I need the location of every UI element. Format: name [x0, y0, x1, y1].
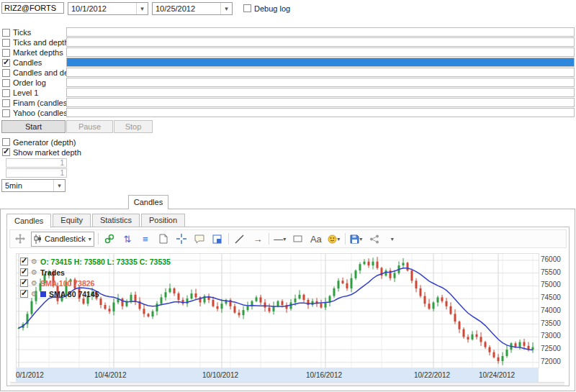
- progress-bar: [66, 68, 575, 77]
- tab-candles[interactable]: Candles: [6, 214, 51, 228]
- level1-checkbox[interactable]: [2, 89, 10, 97]
- toolbar-overflow-chevron[interactable]: ▾: [385, 232, 400, 246]
- y-axis-label: 74500: [541, 293, 561, 301]
- debug-log-label: Debug log: [254, 4, 290, 13]
- draw-line-icon[interactable]: [233, 232, 247, 246]
- source-label: Finam (candles): [13, 99, 70, 107]
- series-visibility-checkbox[interactable]: [20, 268, 28, 276]
- order-log-checkbox[interactable]: [2, 79, 10, 87]
- date-from-value: 10/1/2012: [68, 4, 136, 13]
- y-axis-label: 72000: [541, 357, 561, 365]
- pause-button[interactable]: Pause: [66, 120, 113, 133]
- y-axis-label: 75500: [541, 268, 561, 276]
- progress-bar: [66, 78, 575, 87]
- timeframe-value: 5min: [2, 181, 53, 190]
- tab-statistics[interactable]: Statistics: [92, 214, 140, 227]
- ohlc-values: O: 73415 H: 73580 L: 73335 C: 73535: [40, 257, 171, 266]
- source-label: Order log: [13, 78, 46, 87]
- gear-icon[interactable]: ⚙: [31, 279, 37, 287]
- source-row-ticks: Ticks: [0, 27, 576, 37]
- ticks-checkbox[interactable]: [2, 29, 10, 37]
- gear-icon[interactable]: ⚙: [31, 257, 37, 265]
- source-label: Yahoo (candles): [13, 109, 70, 117]
- series-visibility-checkbox[interactable]: [20, 290, 28, 298]
- tab-equity[interactable]: Equity: [53, 214, 91, 227]
- timeframe-select[interactable]: 5min ▾: [1, 179, 66, 192]
- show-market-depth-checkbox[interactable]: Show market depth: [2, 147, 81, 157]
- x-axis-label: 10/10/2012: [202, 371, 238, 379]
- legend-row-ohlc: ⚙ O: 73415 H: 73580 L: 73335 C: 73535: [20, 256, 171, 267]
- checkbox-box[interactable]: [243, 4, 251, 12]
- checkbox-box[interactable]: [2, 148, 10, 156]
- emoji-tool-icon[interactable]: ▾: [327, 232, 341, 246]
- share-icon[interactable]: [367, 232, 382, 246]
- ticks-depths-checkbox[interactable]: [2, 39, 10, 47]
- progress-bar: [66, 37, 575, 47]
- source-row-order-log: Order log: [0, 78, 576, 87]
- yahoo-checkbox[interactable]: [2, 109, 10, 117]
- series-visibility-checkbox[interactable]: [20, 279, 28, 287]
- series-swatch: [40, 291, 46, 297]
- legend-icon[interactable]: ≡: [138, 232, 153, 246]
- pan-icon[interactable]: [13, 232, 27, 246]
- chevron-down-icon[interactable]: ▾: [220, 3, 232, 14]
- checkbox-box[interactable]: [2, 138, 10, 146]
- market-depths-checkbox[interactable]: [2, 49, 10, 57]
- date-from-picker[interactable]: 10/1/2012 ▾: [68, 2, 148, 15]
- toolbar-separator: [98, 233, 99, 245]
- tab-position[interactable]: Position: [141, 214, 185, 227]
- tooltip-icon[interactable]: [192, 232, 207, 246]
- line-style-value: —: [274, 234, 283, 245]
- chart-y-axis[interactable]: 7600075500750007450074000735007300072500…: [539, 253, 564, 367]
- candles-depths-checkbox[interactable]: [2, 69, 10, 77]
- candlestick-chart[interactable]: 7600075500750007450074000735007300072500…: [16, 253, 564, 384]
- x-axis-label: 10/24/2012: [479, 371, 515, 379]
- chevron-down-icon[interactable]: ▾: [136, 3, 148, 14]
- chart-scrollbar[interactable]: [10, 382, 564, 386]
- candles-dock-tab[interactable]: Candles: [128, 195, 168, 209]
- debug-log-checkbox[interactable]: Debug log: [243, 4, 290, 13]
- line-style-button[interactable]: —▾: [273, 232, 287, 246]
- depth-generator-value-2[interactable]: [6, 168, 67, 178]
- start-button[interactable]: Start: [1, 120, 66, 133]
- sort-arrows-icon[interactable]: ⇅: [120, 232, 135, 246]
- history-testing-window: 10/1/2012 ▾ 10/25/2012 ▾ Debug log Ticks…: [0, 0, 576, 392]
- legend-row-trades: ⚙ Trades: [20, 267, 171, 278]
- link-icon[interactable]: [102, 232, 117, 246]
- sma80-value: SMA 80 74145: [49, 290, 99, 298]
- toolbar-separator: [345, 233, 346, 245]
- chart-legend: ⚙ O: 73415 H: 73580 L: 73335 C: 73535 ⚙ …: [20, 256, 171, 299]
- chart-type-select[interactable]: Candlestick ▾: [31, 232, 94, 247]
- chart-x-axis[interactable]: 0/1/201210/4/201210/10/201210/16/201210/…: [16, 368, 539, 383]
- finam-checkbox[interactable]: [2, 99, 10, 107]
- source-row-candles-depths: Candles and depths: [0, 68, 576, 77]
- dock-panel-icon[interactable]: [210, 232, 225, 246]
- text-tool-button[interactable]: Aa: [309, 232, 323, 246]
- rectangle-tool-icon[interactable]: [291, 232, 305, 246]
- y-axis-label: 73500: [541, 319, 561, 327]
- save-icon[interactable]: ▾: [349, 232, 364, 246]
- progress-bar: [66, 47, 575, 57]
- generator-depth-checkbox[interactable]: Generator (depth): [2, 137, 76, 147]
- date-to-picker[interactable]: 10/25/2012 ▾: [152, 2, 233, 15]
- candles-checkbox[interactable]: [2, 59, 10, 67]
- x-axis-label: 10/4/2012: [94, 371, 127, 379]
- stop-button[interactable]: Stop: [114, 120, 153, 133]
- x-axis-label: 10/16/2012: [306, 371, 342, 379]
- arrow-icon[interactable]: →: [251, 232, 265, 246]
- source-row-finam: Finam (candles): [0, 98, 576, 107]
- new-pane-icon[interactable]: [156, 232, 171, 246]
- crosshair-icon[interactable]: [174, 232, 189, 246]
- legend-row-sma100: ⚙ SMA 100 73826: [20, 278, 171, 288]
- source-row-ticks-depths: Ticks and depths: [0, 37, 576, 47]
- x-axis-label: 10/22/2012: [414, 371, 450, 379]
- series-visibility-checkbox[interactable]: [20, 257, 28, 265]
- progress-bar: [66, 108, 575, 117]
- gear-icon[interactable]: ⚙: [31, 290, 37, 298]
- x-axis-label: 0/1/2012: [16, 371, 44, 379]
- security-input[interactable]: [1, 2, 64, 14]
- y-axis-label: 76000: [541, 255, 561, 263]
- depth-generator-value-1[interactable]: [6, 158, 67, 168]
- chevron-down-icon[interactable]: ▾: [53, 180, 65, 191]
- gear-icon[interactable]: ⚙: [31, 268, 37, 276]
